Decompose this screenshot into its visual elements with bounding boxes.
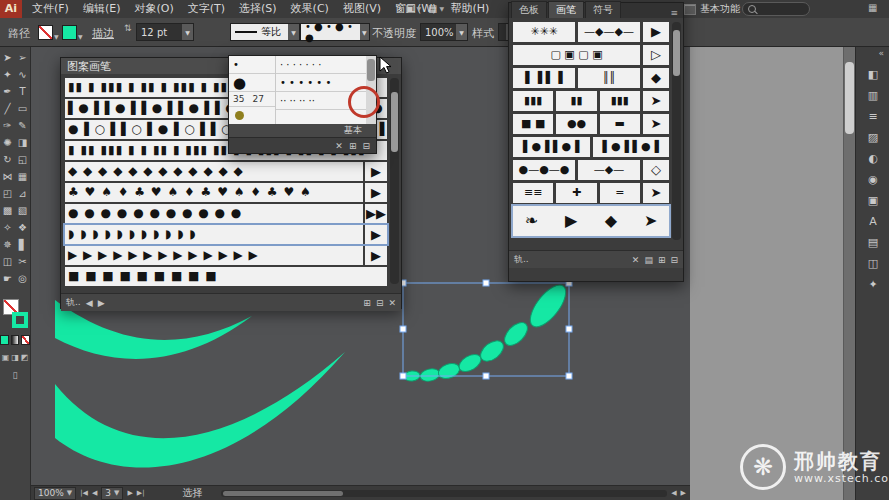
brush-swatch[interactable]: ▬ <box>600 114 640 134</box>
brush-swatch[interactable]: ➤ <box>632 206 669 236</box>
menu-file[interactable]: 文件(F) <box>25 0 76 18</box>
scroll-left-button[interactable]: ◀ <box>671 489 676 497</box>
tab-swatches[interactable]: 色板 <box>511 1 547 18</box>
direct-selection-tool-icon[interactable]: ➢ <box>15 49 30 66</box>
menu-effect[interactable]: 效果(C) <box>284 0 336 18</box>
graphic-styles-panel-icon[interactable]: ▣ <box>861 190 885 211</box>
brush-row[interactable]: ● ● ● ● ● ● ● ● ● ● ●▶▶ <box>65 204 387 223</box>
brush-row[interactable]: ●—●—● —◆— ◇ <box>513 160 669 180</box>
rotate-tool-icon[interactable]: ↻ <box>0 151 15 168</box>
brush-swatch[interactable]: ▌●▐ ▌●▐ <box>593 137 670 157</box>
eraser-tool-icon[interactable]: ◨ <box>15 134 30 151</box>
stroke-width-stepper[interactable]: ⇅ <box>124 23 132 33</box>
scale-tool-icon[interactable]: ◱ <box>15 151 30 168</box>
leaf-brush-swatch[interactable]: ❧ <box>513 206 550 236</box>
brush-definition-dropdown[interactable]: • ● • ● • ● ▼ <box>300 23 370 41</box>
stroke-width-field[interactable]: 12 pt ▼ <box>136 23 194 41</box>
leaf-pattern-stroke[interactable] <box>404 280 573 383</box>
panel-overflow-icon[interactable]: ▦ <box>868 2 877 13</box>
zoom-level-select[interactable]: 100% ▼ <box>34 487 76 500</box>
tab-symbols[interactable]: 符号 <box>585 1 621 18</box>
brush-swatch[interactable]: ◆ <box>593 206 630 236</box>
prev-icon[interactable]: ◀ <box>86 298 93 308</box>
menu-select[interactable]: 选择(S) <box>232 0 284 18</box>
rectangle-tool-icon[interactable]: ▭ <box>15 100 30 117</box>
artboard-number-field[interactable]: 3 ▼ <box>101 487 123 500</box>
column-graph-tool-icon[interactable]: ▋ <box>15 236 30 253</box>
brush-row[interactable]: ▶ ▶ ▶ ▶ ▶ ▶ ▶ ▶ ▶ ▶ ▶ ▶ ▶▶ <box>65 246 387 265</box>
shape-builder-tool-icon[interactable]: ◰ <box>0 185 15 202</box>
next-artboard-button[interactable]: ▶ <box>127 489 132 497</box>
draw-normal-icon[interactable]: ▣ <box>2 353 10 362</box>
document-window-icon[interactable]: ▣ ▼ <box>405 2 421 15</box>
character-panel-icon[interactable]: A <box>861 211 885 232</box>
brush-swatch[interactable]: ●● <box>556 114 596 134</box>
brush-swatch[interactable]: —◆—◆— <box>578 22 640 42</box>
draw-behind-icon[interactable]: ◨ <box>11 353 19 362</box>
libraries-icon[interactable]: ▤ <box>644 255 653 265</box>
search-input[interactable] <box>742 2 810 16</box>
none-button[interactable] <box>21 335 30 345</box>
horizontal-scrollbar[interactable] <box>221 490 668 497</box>
brush-swatch[interactable]: ▶ <box>643 22 669 42</box>
fill-color-swatch[interactable]: ▼ <box>38 25 59 40</box>
brush-row[interactable]: ≡≡ ✚ = ➤ <box>513 183 669 203</box>
new-brush-icon[interactable]: ⊞ <box>658 255 666 265</box>
opacity-field[interactable]: 100% ▼ <box>420 23 468 41</box>
brush-swatch[interactable]: ■ ■ <box>513 114 553 134</box>
scroll-thumb[interactable] <box>367 59 375 81</box>
stroke-swatch-icon[interactable] <box>12 312 28 328</box>
pattern-panel-scrollbar[interactable] <box>390 78 399 284</box>
artboard-tool-icon[interactable]: ◫ <box>0 253 15 270</box>
vertical-scroll-thumb[interactable] <box>845 62 854 134</box>
brush-swatch[interactable]: ▮▮▮ <box>600 91 640 111</box>
brush-swatch[interactable]: ▷ <box>643 45 669 65</box>
fill-stroke-indicator[interactable] <box>2 299 29 328</box>
horizontal-scroll-thumb[interactable] <box>223 491 343 496</box>
calligraphic-brush-item[interactable] <box>229 107 275 124</box>
arrange-documents-button[interactable]: ▦ ▼ <box>428 2 444 15</box>
eyedropper-tool-icon[interactable]: ✧ <box>0 219 15 236</box>
delete-brush-icon[interactable]: ⊟ <box>670 255 678 265</box>
layers-panel-icon[interactable]: ▤ <box>861 232 885 253</box>
delete-brush-icon[interactable]: ⊟ <box>376 298 384 308</box>
new-brush-icon[interactable]: ⊞ <box>349 141 357 151</box>
pencil-tool-icon[interactable]: ✎ <box>15 117 30 134</box>
brush-swatch[interactable]: ●—●—● <box>513 160 575 180</box>
brush-row[interactable]: ▌▐ ▌▐ ║║ ◆ <box>513 68 669 88</box>
menu-help[interactable]: 帮助(H) <box>443 0 496 18</box>
hand-tool-icon[interactable]: ☛ <box>0 270 15 287</box>
transparency-panel-icon[interactable]: ◐ <box>861 148 885 169</box>
last-artboard-button[interactable]: ▶| <box>137 489 145 497</box>
type-tool-icon[interactable]: T <box>15 83 30 100</box>
slice-tool-icon[interactable]: ✂ <box>15 253 30 270</box>
selection-tool-icon[interactable]: ➤ <box>0 49 15 66</box>
gradient-panel-icon[interactable]: ▨ <box>861 127 885 148</box>
brush-row[interactable]: ◆ ◆ ◆ ◆ ◆ ◆ ◆ ◆ ◆ ◆ ◆ ◆▶ <box>65 162 387 181</box>
delete-brush-icon[interactable]: ⊟ <box>362 141 370 151</box>
free-transform-tool-icon[interactable]: ▦ <box>15 168 30 185</box>
pasteboard[interactable] <box>690 46 855 500</box>
brush-swatch[interactable]: ║║ <box>578 68 640 88</box>
menu-view[interactable]: 视图(V) <box>336 0 388 18</box>
zoom-tool-icon[interactable]: ◎ <box>15 270 30 287</box>
brush-swatch[interactable]: ▌▐ ▌▐ <box>513 68 575 88</box>
artboards-panel-icon[interactable]: ◫ <box>861 253 885 274</box>
round-brush-item[interactable]: ● <box>229 74 275 92</box>
perspective-grid-tool-icon[interactable]: ⊿ <box>15 185 30 202</box>
brush-row[interactable]: ■ ■ ■ ■ ■ ■ ■ ■ ■ <box>65 267 387 286</box>
menu-object[interactable]: 对象(O) <box>127 0 180 18</box>
scroll-thumb[interactable] <box>673 30 680 76</box>
brush-swatch[interactable]: ◇ <box>643 160 669 180</box>
width-tool-icon[interactable]: ⋈ <box>0 168 15 185</box>
expand-panels-button[interactable]: « <box>856 46 889 64</box>
first-artboard-button[interactable]: |◀ <box>80 489 88 497</box>
brush-row[interactable]: ■ ■ ●● ▬ ➤ <box>513 114 669 134</box>
scatter-brush-item[interactable]: · · · · · · · <box>276 56 366 74</box>
brush-swatch[interactable]: ▢ ▣ ▢ ▣ <box>513 45 640 65</box>
close-icon[interactable]: ✕ <box>335 141 343 151</box>
width-profile-dropdown[interactable]: 等比 ▼ <box>230 23 300 41</box>
brush-swatch[interactable]: ▌●▐ ▌●▐ <box>513 137 590 157</box>
brush-size-35[interactable]: 35 <box>233 94 244 104</box>
scroll-right-button[interactable]: ▶ <box>681 489 686 497</box>
